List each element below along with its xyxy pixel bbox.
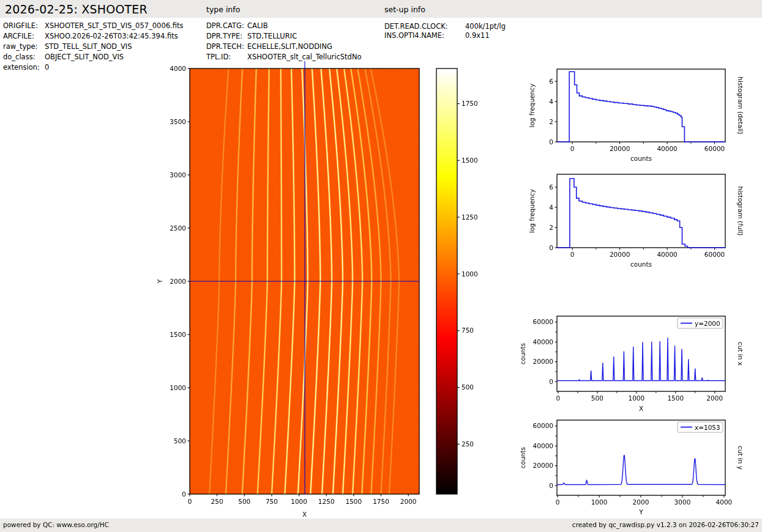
y-tick-label: 1500 xyxy=(170,331,186,338)
y-tick-label: 40000 xyxy=(533,338,553,345)
meta-value: CALIB xyxy=(247,21,268,30)
y-tick-label: 0 xyxy=(549,378,553,385)
meta-label: ORIGFILE: xyxy=(3,21,45,31)
cut_y-series xyxy=(557,455,725,485)
y-tick-label: 2000 xyxy=(170,278,186,285)
cut_y-legend-label: x=1053 xyxy=(695,424,720,431)
meta-row: extension:0 xyxy=(3,62,183,73)
x-tick-label: 1500 xyxy=(345,498,362,505)
meta-label: TPL.ID: xyxy=(206,52,247,62)
x-tick-label: 2000 xyxy=(400,498,417,505)
meta-label: DPR.CATG: xyxy=(206,21,247,31)
meta-row: ARCFILE:XSHOO.2026-02-26T03:42:45.394.fi… xyxy=(3,31,183,42)
y-tick-label: 3500 xyxy=(170,118,186,125)
qc-report-page: 2026-02-25: XSHOOTER type info set-up in… xyxy=(0,0,762,532)
colorbar-tick-label: 500 xyxy=(461,383,474,391)
y-tick-label: 60000 xyxy=(533,318,553,325)
footer-created-by: created by qc_rawdisp.py v1.2.3 on 2026-… xyxy=(572,521,759,528)
colorbar-tick-label: 750 xyxy=(461,327,474,334)
x-tick-label: 1250 xyxy=(318,498,335,505)
meta-row: DPR.CATG:CALIB xyxy=(206,21,362,31)
cut_x-axes: 05001000150020000200004000060000Xcountsc… xyxy=(519,316,744,412)
x-tick-label: 500 xyxy=(238,498,250,505)
y-tick-label: 4 xyxy=(549,98,553,105)
cut_x-xlabel: X xyxy=(639,405,643,412)
y-tick-label: 0 xyxy=(182,490,186,498)
colorbar-tick-label: 250 xyxy=(461,440,474,448)
cut_y-ylabel: counts xyxy=(519,447,526,468)
meta-row: TPL.ID:XSHOOTER_slt_cal_TelluricStdNo xyxy=(206,52,362,62)
x-tick-label: 4000 xyxy=(716,498,733,506)
meta-value: STD,TELLURIC xyxy=(247,32,297,40)
y-tick-label: 0 xyxy=(549,244,553,251)
hist_detail-axes: 02000040000600000246countslog frequencyh… xyxy=(528,69,744,162)
hist_full-axes: 02000040000600000246countslog frequencyh… xyxy=(528,174,744,268)
x-tick-label: 40000 xyxy=(657,251,677,258)
y-tick-label: 0 xyxy=(549,482,553,489)
meta-label: ARCFILE: xyxy=(3,31,45,42)
meta-value: 400k/1pt/lg xyxy=(465,22,506,31)
x-tick-label: 0 xyxy=(188,498,192,505)
y-tick-label: 2 xyxy=(549,118,553,125)
y-tick-label: 60000 xyxy=(533,422,553,429)
file-metadata-block: ORIGFILE:XSHOOTER_SLT_STD_VIS_057_0006.f… xyxy=(3,21,183,73)
y-tick-label: 20000 xyxy=(533,462,553,469)
y-tick-label: 0 xyxy=(549,138,553,146)
colorbar-tick-label: 1000 xyxy=(461,270,478,278)
x-tick-label: 3000 xyxy=(674,498,691,506)
cut_y-legend: x=1053 xyxy=(678,422,723,432)
x-tick-label: 1000 xyxy=(291,498,307,505)
cut_y-xlabel: Y xyxy=(638,508,643,515)
meta-label: raw_type: xyxy=(3,42,45,52)
y-tick-label: 1000 xyxy=(170,384,186,391)
raw-frame-image xyxy=(190,68,419,494)
meta-label: do_class: xyxy=(3,52,45,62)
x-tick-label: 0 xyxy=(556,498,560,506)
raw_frame-xlabel: X xyxy=(302,511,307,518)
colorbar-tick-label: 1500 xyxy=(461,157,478,164)
cut_x-legend-label: y=2000 xyxy=(695,320,720,327)
x-tick-label: 40000 xyxy=(657,145,677,152)
meta-value: XSHOO.2026-02-26T03:42:45.394.fits xyxy=(45,32,178,40)
meta-label: extension: xyxy=(3,62,45,73)
meta-row: ORIGFILE:XSHOOTER_SLT_STD_VIS_057_0006.f… xyxy=(3,21,183,31)
hist_detail-xlabel: counts xyxy=(630,155,652,162)
type-info-heading: type info xyxy=(206,5,240,14)
hist_detail-ylabel: log frequency xyxy=(528,83,536,127)
x-tick-label: 20000 xyxy=(610,145,630,152)
x-tick-label: 0 xyxy=(570,145,575,152)
cut_x-ylabel: counts xyxy=(519,343,526,364)
cut_y-right-label: cut in y xyxy=(737,446,744,470)
raw_frame-ylabel: Y xyxy=(156,279,163,284)
hist_full-xlabel: counts xyxy=(630,260,652,268)
y-tick-label: 4 xyxy=(549,204,553,211)
meta-row: DPR.TYPE:STD,TELLURIC xyxy=(206,31,362,42)
colorbar-gradient xyxy=(436,68,457,494)
meta-value: ECHELLE,SLIT,NODDING xyxy=(247,42,332,51)
meta-value: OBJECT_SLIT_NOD_VIS xyxy=(45,53,124,61)
x-tick-label: 1750 xyxy=(373,498,389,505)
hist_detail-series xyxy=(557,72,725,142)
meta-label: INS.OPTI4.NAME: xyxy=(384,31,465,40)
x-tick-label: 500 xyxy=(591,394,603,402)
y-tick-label: 3000 xyxy=(170,171,186,179)
x-tick-label: 60000 xyxy=(704,145,725,152)
meta-value: 0 xyxy=(45,63,49,72)
x-tick-label: 20000 xyxy=(610,251,630,258)
y-tick-label: 6 xyxy=(549,78,553,85)
x-tick-label: 1000 xyxy=(591,498,608,506)
page-title: 2026-02-25: XSHOOTER xyxy=(5,2,148,16)
hist_full-right-label: histogram (full) xyxy=(737,187,744,236)
cut_x-series xyxy=(557,338,725,380)
cut_x-legend: y=2000 xyxy=(678,318,723,328)
x-tick-label: 2000 xyxy=(633,498,649,506)
meta-value: XSHOOTER_slt_cal_TelluricStdNo xyxy=(247,53,362,61)
footer-powered-by: powered by QC: www.eso.org/HC xyxy=(3,521,109,528)
meta-row: INS.OPTI4.NAME:0.9x11 xyxy=(384,31,506,40)
meta-label: DPR.TECH: xyxy=(206,42,247,52)
meta-row: raw_type:STD_TELL_SLIT_NOD_VIS xyxy=(3,42,183,52)
colorbar-tick-label: 1250 xyxy=(461,213,478,221)
x-tick-label: 1000 xyxy=(628,394,644,402)
x-tick-label: 0 xyxy=(570,251,575,258)
meta-row: do_class:OBJECT_SLIT_NOD_VIS xyxy=(3,52,183,62)
